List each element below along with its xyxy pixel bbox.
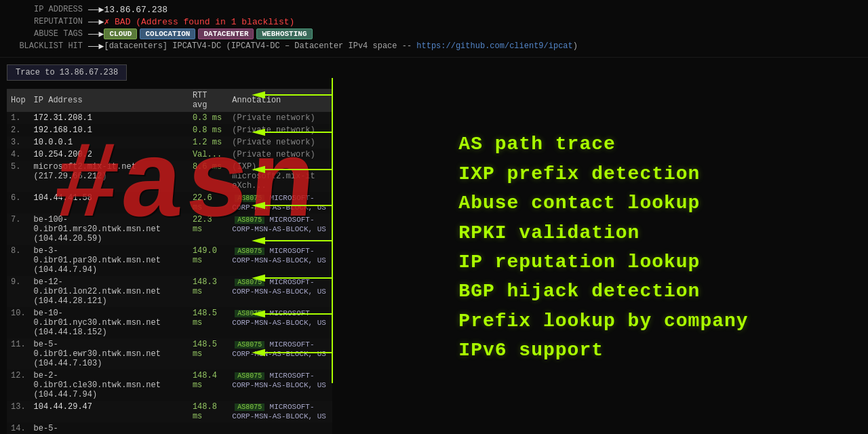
hop-rtt: 22.3 ms xyxy=(189,214,228,245)
hop-rtt: 0.3 ms xyxy=(189,112,228,124)
hop-number: 14. xyxy=(7,422,30,434)
hop-annotation: AS8075 MICROSOFT-CORP-MSN-AS-BLOCK, US xyxy=(228,214,332,245)
feature-item: BGP hijack detection xyxy=(458,277,748,306)
col-hop: Hop xyxy=(7,89,30,112)
hop-ip-cell: be-100-0.ibr01.mrs20.ntwk.msn.net (104.4… xyxy=(30,214,189,245)
hop-ip-cell: be-3-0.ibr01.par30.ntwk.msn.net (104.44.… xyxy=(30,245,189,276)
col-rtt-avg: RTT avg xyxy=(189,89,228,112)
hop-ip-cell: 192.168.10.1 xyxy=(30,124,189,136)
left-panel: Trace to 13.86.67.238 Hop IP Address RTT… xyxy=(0,58,339,434)
tag-cloud: CLOUD xyxy=(104,28,137,39)
rep-row: REPUTATION ——▶ ✗ BAD (Address found in 1… xyxy=(7,16,861,27)
col-annotation: Annotation xyxy=(228,89,332,112)
tag-webhosting: WEBHOSTING xyxy=(256,28,312,39)
hop-number: 2. xyxy=(7,124,30,136)
table-row: 6. 104.44.41.58 22.6 ms AS8075 MICROSOFT… xyxy=(7,192,332,214)
hop-annotation: AS8075 MICROSOFT-CORP-MSN-AS-BLOCK, US xyxy=(228,370,332,401)
hop-ip-cell: be-2-0.ibr01.cle30.ntwk.msn.net (104.44.… xyxy=(30,370,189,401)
col-ip: IP Address xyxy=(30,89,189,112)
feature-list: AS path traceIXP prefix detectionAbuse c… xyxy=(431,116,775,378)
trace-button[interactable]: Trace to 13.86.67.238 xyxy=(7,64,127,81)
main-content: #asn Trace to 13.86.67.238 Hop IP Addres… xyxy=(0,58,868,434)
ip-value: 13.86.67.238 xyxy=(104,5,167,15)
hop-number: 12. xyxy=(7,370,30,401)
hop-rtt: 148.3 ms xyxy=(189,276,228,307)
feature-item: RPKI validation xyxy=(458,218,748,248)
table-row: 7. be-100-0.ibr01.mrs20.ntwk.msn.net (10… xyxy=(7,214,332,245)
hop-annotation: (Private network) xyxy=(228,124,332,136)
hop-ip-cell: 10.0.0.1 xyxy=(30,136,189,149)
feature-item: IPv6 support xyxy=(458,336,748,365)
table-row: 13. 104.44.29.47 148.8 ms AS8075 MICROSO… xyxy=(7,401,332,422)
hop-annotation: AS8075 MICROSOFT-CORP-MSN-AS-BLOCK, US xyxy=(228,401,332,422)
hop-rtt: 1.2 ms xyxy=(189,136,228,149)
blacklist-row: BLACKLIST HIT ——▶ [datacenters] IPCATV4-… xyxy=(7,41,861,52)
hop-rtt: 149.0 ms xyxy=(189,245,228,276)
hop-ip-cell: 10.254.200.2 xyxy=(30,149,189,161)
hop-annotation: (Private network) xyxy=(228,112,332,124)
table-row: 12. be-2-0.ibr01.cle30.ntwk.msn.net (104… xyxy=(7,370,332,401)
hop-annotation: AS8075 MICROSOFT-CORP-MSN-AS-BLOCK, US xyxy=(228,276,332,307)
top-panel: IP ADDRESS ——▶ 13.86.67.238 REPUTATION —… xyxy=(0,0,868,58)
tags-label: ABUSE TAGS xyxy=(7,29,88,39)
hop-annotation: AS8075 MICROSOFT-CORP-MSN-AS-BLOCK, US xyxy=(228,245,332,276)
hop-rtt: 148.5 ms xyxy=(189,338,228,370)
hop-number: 7. xyxy=(7,214,30,245)
tags-row: ABUSE TAGS ——▶ CLOUD COLOCATION DATACENT… xyxy=(7,28,861,39)
table-row: 3. 10.0.0.1 1.2 ms (Private network) xyxy=(7,136,332,149)
hop-annotation: AS8075 MICROSOFT-CORP-MSN-AS-BLOCK, US xyxy=(228,307,332,338)
hop-ip-cell: be-5-0.ibr01.ewr30.ntwk.msn.net (104.44.… xyxy=(30,338,189,370)
rep-value: ✗ BAD (Address found in 1 blacklist) xyxy=(104,16,294,27)
table-row: 5. microsoft2.mix-it.net (217.29.66.212)… xyxy=(7,161,332,192)
table-row: 9. be-12-0.ibr01.lon22.ntwk.msn.net (104… xyxy=(7,276,332,307)
feature-item: AS path trace xyxy=(458,130,748,159)
feature-item: Prefix lookup by company xyxy=(458,307,748,336)
ip-label: IP ADDRESS xyxy=(7,5,88,14)
blacklist-label: BLACKLIST HIT xyxy=(7,41,88,51)
hop-annotation: (Private network) xyxy=(228,136,332,149)
hop-ip-cell: microsoft2.mix-it.net (217.29.66.212) xyxy=(30,161,189,192)
hop-rtt: 148.5 ms xyxy=(189,307,228,338)
hop-table: Hop IP Address RTT avg Annotation 1. 172… xyxy=(7,89,332,434)
hop-number: 10. xyxy=(7,307,30,338)
hop-number: 1. xyxy=(7,112,30,124)
hop-number: 5. xyxy=(7,161,30,192)
hop-ip-cell: 104.44.29.47 xyxy=(30,401,189,422)
right-overlay: AS path traceIXP prefix detectionAbuse c… xyxy=(339,58,868,434)
hop-annotation: (Private network) xyxy=(228,149,332,161)
table-row: 2. 192.168.10.1 0.8 ms (Private network) xyxy=(7,124,332,136)
ip-row: IP ADDRESS ——▶ 13.86.67.238 xyxy=(7,4,861,15)
hop-number: 4. xyxy=(7,149,30,161)
hop-number: 3. xyxy=(7,136,30,149)
hop-annotation: AS8075 MICROSOFT-CORP-MSN-AS-BLOCK, US xyxy=(228,192,332,214)
feature-item: IXP prefix detection xyxy=(458,159,748,189)
hop-number: 11. xyxy=(7,338,30,370)
hop-annotation xyxy=(228,422,332,434)
blacklist-value: [datacenters] IPCATV4-DC (IPCATV4-DC – D… xyxy=(104,41,578,51)
table-row: 11. be-5-0.ibr01.ewr30.ntwk.msn.net (104… xyxy=(7,338,332,370)
feature-item: IP reputation lookup xyxy=(458,248,748,277)
hop-rtt: 8.6 ms xyxy=(189,161,228,192)
hop-rtt: 22.6 ms xyxy=(189,192,228,214)
feature-item: Abuse contact lookup xyxy=(458,189,748,218)
table-row: 8. be-3-0.ibr01.par30.ntwk.msn.net (104.… xyxy=(7,245,332,276)
hop-number: 8. xyxy=(7,245,30,276)
hop-annotation: AS8075 MICROSOFT-CORP-MSN-AS-BLOCK, US xyxy=(228,338,332,370)
tag-colocation: COLOCATION xyxy=(140,28,195,39)
hop-ip-cell: be-10-0.ibr01.nyc30.ntwk.msn.net (104.44… xyxy=(30,307,189,338)
hop-rtt: Val... xyxy=(189,149,228,161)
hop-rtt: 0.8 ms xyxy=(189,124,228,136)
hop-number: 13. xyxy=(7,401,30,422)
hop-rtt xyxy=(189,422,228,434)
hop-number: 9. xyxy=(7,276,30,307)
table-row: 10. be-10-0.ibr01.nyc30.ntwk.msn.net (10… xyxy=(7,307,332,338)
hop-ip-cell: 104.44.41.58 xyxy=(30,192,189,214)
hop-annotation: (IXP) microsoft2.mix-it eXch... xyxy=(228,161,332,192)
hop-ip-cell: 172.31.208.1 xyxy=(30,112,189,124)
hop-ip-cell: be-5-0.ibr03.dsm05.ntwk.msn.net (104.44.… xyxy=(30,422,189,434)
table-row: 1. 172.31.208.1 0.3 ms (Private network) xyxy=(7,112,332,124)
tag-datacenter: DATACENTER xyxy=(198,28,254,39)
rep-label: REPUTATION xyxy=(7,17,88,26)
hop-rtt: 148.8 ms xyxy=(189,401,228,422)
table-row: 4. 10.254.200.2 Val... (Private network) xyxy=(7,149,332,161)
